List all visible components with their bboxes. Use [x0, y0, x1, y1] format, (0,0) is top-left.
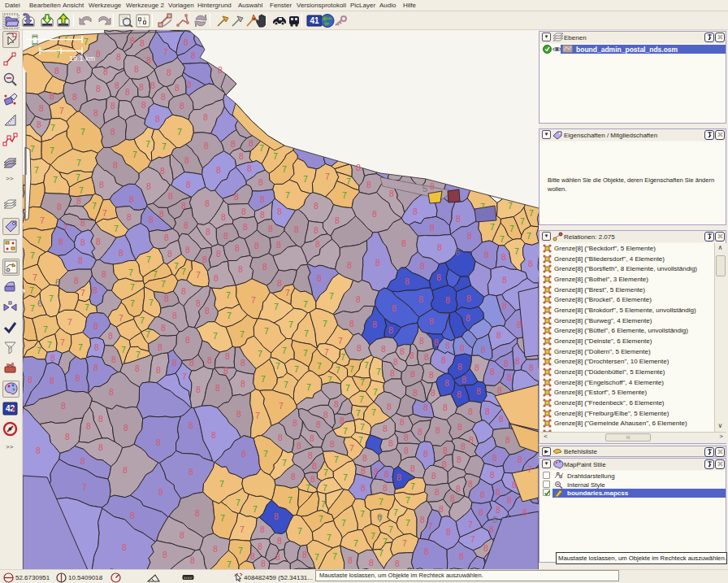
- svg-text:7: 7: [376, 367, 381, 376]
- svg-text:7: 7: [84, 302, 89, 312]
- svg-text:6: 6: [37, 298, 42, 308]
- svg-text:7: 7: [323, 483, 327, 493]
- svg-text:8: 8: [388, 325, 393, 335]
- svg-text:7: 7: [132, 150, 137, 159]
- svg-text:7: 7: [527, 464, 532, 474]
- svg-text:8: 8: [505, 435, 510, 445]
- svg-text:7: 7: [402, 538, 407, 548]
- svg-text:8: 8: [180, 101, 184, 111]
- svg-text:8: 8: [496, 330, 501, 340]
- svg-text:8: 8: [161, 323, 166, 333]
- svg-text:8: 8: [413, 207, 418, 216]
- svg-text:8: 8: [277, 278, 282, 288]
- svg-text:8: 8: [80, 237, 85, 247]
- svg-text:7: 7: [163, 47, 168, 57]
- svg-text:7: 7: [304, 328, 309, 338]
- svg-text:7: 7: [102, 208, 107, 218]
- svg-text:?: ?: [8, 345, 11, 350]
- svg-text:7: 7: [43, 324, 48, 334]
- svg-text:8: 8: [184, 37, 188, 47]
- svg-text:7: 7: [508, 201, 513, 211]
- svg-text:8: 8: [515, 356, 520, 366]
- svg-text:8: 8: [395, 559, 400, 568]
- svg-text:7: 7: [428, 521, 433, 531]
- svg-text:7: 7: [303, 174, 308, 184]
- svg-text:7: 7: [30, 144, 35, 154]
- svg-text:8: 8: [93, 108, 98, 118]
- svg-text:8: 8: [372, 320, 377, 329]
- svg-text:8: 8: [167, 67, 171, 77]
- svg-text:7: 7: [49, 294, 54, 303]
- svg-text:8: 8: [413, 388, 418, 398]
- svg-text:8: 8: [181, 286, 186, 296]
- svg-text:7: 7: [255, 411, 260, 420]
- svg-text:8: 8: [522, 507, 527, 517]
- svg-text:7: 7: [349, 364, 354, 374]
- svg-text:7: 7: [34, 165, 39, 175]
- svg-text:8: 8: [205, 306, 210, 315]
- svg-text:8: 8: [317, 273, 322, 283]
- svg-text:8: 8: [277, 207, 282, 216]
- svg-text:?: ?: [11, 406, 15, 414]
- svg-text:8: 8: [158, 487, 163, 497]
- svg-text:7: 7: [37, 235, 41, 245]
- svg-text:8: 8: [235, 243, 240, 253]
- svg-text:8: 8: [181, 201, 186, 211]
- svg-text:7: 7: [468, 520, 473, 529]
- svg-text:8: 8: [443, 446, 448, 455]
- svg-text:8: 8: [424, 546, 429, 556]
- svg-text:8: 8: [348, 555, 353, 565]
- svg-text:8: 8: [361, 466, 366, 476]
- svg-text:7: 7: [273, 151, 278, 161]
- svg-text:8: 8: [315, 239, 320, 249]
- svg-text:8: 8: [294, 224, 299, 234]
- svg-text:7: 7: [480, 202, 485, 211]
- svg-text:7: 7: [240, 524, 245, 534]
- svg-text:8: 8: [161, 92, 166, 102]
- svg-text:8: 8: [241, 207, 246, 216]
- svg-text:8: 8: [146, 55, 151, 65]
- svg-text:7: 7: [345, 383, 350, 393]
- svg-text:8: 8: [528, 259, 533, 268]
- svg-text:8: 8: [469, 435, 474, 445]
- svg-text:7: 7: [121, 345, 126, 355]
- svg-text:7: 7: [360, 509, 365, 519]
- svg-text:6: 6: [455, 247, 460, 257]
- svg-text:8: 8: [366, 180, 371, 189]
- svg-text:8: 8: [369, 558, 374, 568]
- svg-text:8: 8: [96, 84, 101, 94]
- svg-text:8: 8: [444, 378, 449, 388]
- svg-text:7: 7: [288, 495, 292, 505]
- svg-text:8: 8: [392, 303, 396, 313]
- svg-text:8: 8: [429, 316, 434, 326]
- svg-text:8: 8: [204, 141, 209, 150]
- svg-text:8: 8: [249, 138, 254, 148]
- svg-text:7: 7: [334, 455, 339, 464]
- svg-text:8: 8: [150, 80, 155, 90]
- svg-text:8: 8: [134, 64, 139, 74]
- svg-text:7: 7: [78, 342, 83, 352]
- svg-text:8: 8: [240, 379, 245, 389]
- svg-text:8: 8: [507, 372, 512, 382]
- svg-text:8: 8: [410, 350, 414, 360]
- svg-text:8: 8: [250, 551, 255, 561]
- svg-text:8: 8: [28, 375, 32, 385]
- svg-text:8: 8: [431, 471, 436, 481]
- svg-text:7: 7: [360, 377, 365, 387]
- svg-text:7: 7: [370, 531, 375, 541]
- svg-text:8: 8: [102, 269, 106, 279]
- svg-text:8: 8: [442, 459, 447, 469]
- svg-text:8: 8: [476, 386, 481, 396]
- svg-text:7: 7: [67, 317, 72, 327]
- svg-text:8: 8: [231, 139, 236, 149]
- svg-text:8: 8: [372, 209, 377, 219]
- svg-text:7: 7: [490, 222, 495, 232]
- svg-text:8: 8: [172, 311, 177, 320]
- svg-text:7: 7: [284, 380, 288, 389]
- svg-text:8: 8: [139, 82, 144, 92]
- svg-text:8: 8: [135, 363, 140, 373]
- svg-text:7: 7: [388, 524, 393, 534]
- svg-text:7: 7: [119, 313, 124, 323]
- svg-text:8: 8: [423, 449, 428, 459]
- svg-text:8: 8: [110, 127, 115, 137]
